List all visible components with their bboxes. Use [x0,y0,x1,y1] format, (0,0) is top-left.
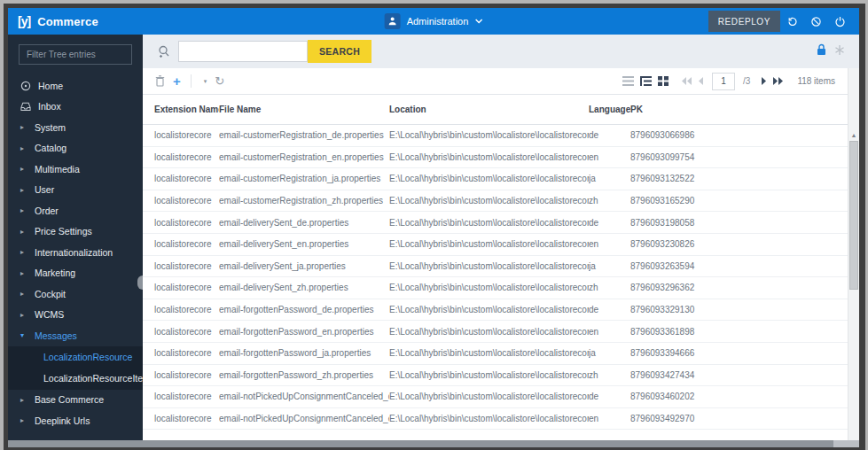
vertical-scrollbar[interactable]: ▲ [848,68,859,440]
column-header-pk[interactable]: PK [630,105,848,114]
table-row[interactable]: localistorecoreemail-notPickedUpConsignm… [143,408,848,431]
table-row[interactable]: localistorecoreemail-deliverySent_en.pro… [143,234,848,256]
sidebar-item-marketing[interactable]: ▸Marketing [8,263,143,284]
table-row[interactable]: localistorecoreemail-forgottenPassword_z… [143,365,848,387]
sidebar-item-wcms[interactable]: ▸WCMS [8,305,143,326]
chevron-right-icon: ▸ [20,311,27,319]
cell-file: email-notPickedUpConsignmentCanceled_de.… [219,392,389,401]
table-row[interactable]: localistorecoreemail-customerRegistratio… [143,125,848,147]
tree-view-icon[interactable] [640,74,652,89]
table-row[interactable]: localistorecoreemail-customerRegistratio… [143,190,848,213]
scroll-up-arrow-icon[interactable]: ▲ [848,132,859,138]
chevron-down-icon: ▾ [20,331,27,339]
cell-language: en [589,239,630,249]
delete-icon[interactable] [155,75,165,87]
table-row[interactable]: localistorecoreemail-deliverySent_de.pro… [143,212,848,234]
search-input[interactable] [178,41,308,62]
chevron-down-icon [474,19,482,24]
page-number-input[interactable]: 1 [712,73,735,90]
table-header: Extension Name File Name Location Langua… [143,95,848,125]
sidebar-item-deeplink-urls[interactable]: ▸Deeplink Urls [8,410,143,431]
table-row[interactable]: localistorecoreemail-customerRegistratio… [143,168,848,190]
next-page-button[interactable] [761,77,766,85]
pin-settings-icon[interactable] [834,43,845,59]
top-bar: [y] Commerce Administration REDEPLOY [8,8,859,35]
cell-location: E:\Local\hybris\bin\custom\localistore\l… [389,370,589,380]
sidebar-item-catalog[interactable]: ▸Catalog [8,138,143,159]
table-row[interactable]: localistorecoreemail-forgottenPassword_e… [143,321,848,343]
search-button[interactable]: SEARCH [308,40,371,63]
cell-extension: localistorecore [154,130,219,140]
chevron-right-icon: ▸ [20,248,27,256]
column-header-language[interactable]: Language [589,105,630,114]
table-row[interactable]: localistorecoreemail-notPickedUpConsignm… [143,386,848,408]
sidebar-item-system[interactable]: ▸System [8,117,143,138]
cell-pk: 8796093263594 [630,261,848,271]
sidebar-item-label: Internationalization [35,247,113,258]
lock-icon[interactable] [817,43,826,59]
block-icon[interactable] [804,11,828,32]
sidebar-item-cockpit[interactable]: ▸Cockpit [8,283,143,305]
add-item-dropdown[interactable]: ▾ [201,78,207,85]
cell-location: E:\Local\hybris\bin\custom\localistore\l… [389,239,589,249]
tree-filter-input[interactable] [19,44,132,65]
cell-language: de [589,130,630,140]
cell-location: E:\Local\hybris\bin\custom\localistore\l… [389,261,589,271]
list-view-icon[interactable] [622,74,634,89]
cell-location: E:\Local\hybris\bin\custom\localistore\l… [389,305,589,314]
cell-language: ja [589,348,630,358]
sidebar-item-multimedia[interactable]: ▸Multimedia [8,159,143,180]
sidebar-item-label: User [35,184,54,195]
sidebar-item-label: Inbox [38,101,61,112]
caret-down-icon: ▾ [204,78,207,85]
vertical-scrollbar-thumb[interactable] [849,141,858,290]
power-logout-icon[interactable] [828,11,852,32]
previous-page-button[interactable] [699,77,704,85]
history-icon[interactable] [780,11,804,32]
sidebar-item-inbox[interactable]: Inbox [8,97,143,118]
column-header-extension[interactable]: Extension Name [154,105,219,114]
table-row[interactable]: localistorecoreemail-forgottenPassword_d… [143,299,848,322]
refresh-icon[interactable]: ↻ [215,75,224,87]
table-row[interactable]: localistorecoreemail-deliverySent_ja.pro… [143,256,848,278]
chevron-right-icon: ▸ [20,123,27,131]
horizontal-scrollbar[interactable] [8,440,859,447]
sidebar-item-base-commerce[interactable]: ▸Base Commerce [8,390,143,411]
chevron-right-icon: ▸ [20,396,27,404]
last-page-button[interactable] [772,77,783,85]
cell-pk: 8796093361898 [630,327,848,337]
grid-view-icon[interactable] [658,74,669,89]
cell-extension: localistorecore [154,261,219,271]
tree-sidebar: HomeInbox▸System▸Catalog▸Multimedia▸User… [8,35,143,440]
column-header-location[interactable]: Location [389,105,589,114]
cell-pk: 8796093165290 [630,196,848,206]
advanced-search-icon[interactable] [158,45,170,58]
cell-pk: 8796093329130 [630,305,848,314]
items-count-label: 118 items [797,76,835,86]
sidebar-item-price-settings[interactable]: ▸Price Settings [8,221,143,243]
sidebar-item-localizationresource[interactable]: LocalizationResource [8,347,143,369]
sidebar-item-messages[interactable]: ▾Messages [8,325,143,346]
horizontal-scrollbar-thumb[interactable] [8,440,833,447]
cell-extension: localistorecore [154,218,219,228]
table-row[interactable]: localistorecoreemail-deliverySent_zh.pro… [143,277,848,299]
first-page-button[interactable] [682,77,692,85]
perspective-selector[interactable]: Administration [385,13,483,29]
column-header-file[interactable]: File Name [219,105,389,114]
table-row[interactable]: localistorecoreemail-customerRegistratio… [143,147,848,169]
sidebar-item-label: Messages [35,330,77,341]
sidebar-item-label: Base Commerce [35,394,104,405]
cell-pk: 8796093296362 [630,283,848,292]
sidebar-item-localizationresourceitem[interactable]: LocalizationResourceItem [8,368,143,389]
sidebar-item-internationalization[interactable]: ▸Internationalization [8,242,143,263]
cell-extension: localistorecore [154,239,219,249]
redeploy-button[interactable]: REDEPLOY [708,11,780,32]
cell-location: E:\Local\hybris\bin\custom\localistore\l… [389,174,589,183]
sidebar-item-home[interactable]: Home [8,75,143,97]
sidebar-item-user[interactable]: ▸User [8,180,143,201]
chevron-right-icon: ▸ [20,165,27,173]
cell-language: zh [589,196,630,206]
add-item-button[interactable]: + [173,74,181,88]
table-row[interactable]: localistorecoreemail-forgottenPassword_j… [143,343,848,365]
sidebar-item-order[interactable]: ▸Order [8,200,143,221]
